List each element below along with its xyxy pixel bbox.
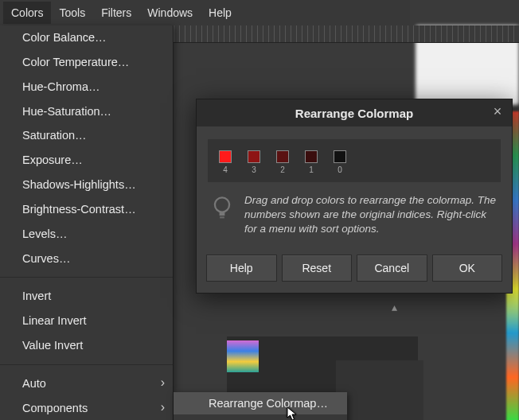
colormap-swatch[interactable]: 2 <box>276 150 289 174</box>
menu-item-linear-invert[interactable]: Linear Invert <box>0 309 173 333</box>
submenu-item-rearrange-colormap[interactable]: Rearrange Colormap… <box>174 392 347 414</box>
bg-decor <box>336 360 423 420</box>
menu-item-hue-saturation[interactable]: Hue-Saturation… <box>0 99 173 124</box>
menu-item-levels[interactable]: Levels… <box>0 222 173 247</box>
menu-help[interactable]: Help <box>201 2 240 24</box>
colormap-swatch[interactable]: 4 <box>219 150 232 174</box>
swatch-index: 3 <box>252 165 256 174</box>
rearrange-colormap-dialog: Rearrange Colormap × 4 3 2 1 0 <box>196 99 513 294</box>
menu-item-exposure[interactable]: Exposure… <box>0 148 173 173</box>
horizontal-ruler <box>174 25 519 43</box>
menu-item-auto[interactable]: Auto <box>0 371 173 396</box>
colormap-swatch[interactable]: 1 <box>305 150 318 174</box>
menu-windows[interactable]: Windows <box>139 2 201 24</box>
menu-item-shadows-highlights[interactable]: Shadows-Highlights… <box>0 173 173 197</box>
menu-item-value-invert[interactable]: Value Invert <box>0 333 173 358</box>
menu-filters[interactable]: Filters <box>93 2 139 24</box>
menu-colors[interactable]: Colors <box>3 2 51 24</box>
lightbulb-icon <box>211 195 235 224</box>
menu-item-color-balance[interactable]: Color Balance… <box>0 25 173 50</box>
menu-item-saturation[interactable]: Saturation… <box>0 123 173 148</box>
dialog-button-row: Help Reset Cancel OK <box>197 247 512 293</box>
reset-button[interactable]: Reset <box>282 255 353 282</box>
colors-menu: Color Balance… Color Temperature… Hue-Ch… <box>0 25 174 420</box>
menu-item-brightness-contrast[interactable]: Brightness-Contrast… <box>0 197 173 222</box>
help-button[interactable]: Help <box>206 255 277 282</box>
scroll-up-arrow[interactable]: ▴ <box>392 301 400 309</box>
swatch-color <box>276 150 289 163</box>
swatch-color <box>219 150 232 163</box>
menu-item-invert[interactable]: Invert <box>0 284 173 309</box>
menu-item-curves[interactable]: Curves… <box>0 247 173 271</box>
swatch-index: 4 <box>223 165 228 174</box>
swatch-color <box>305 150 318 163</box>
swatch-color <box>334 150 346 163</box>
dialog-hint-text: Drag and drop colors to rearrange the co… <box>244 193 499 237</box>
svg-rect-1 <box>220 212 225 216</box>
close-button[interactable]: × <box>490 104 505 120</box>
menu-item-hue-chroma[interactable]: Hue-Chroma… <box>0 75 173 99</box>
swatch-color <box>248 150 260 163</box>
dialog-hint: Drag and drop colors to rearrange the co… <box>197 182 512 247</box>
swatch-index: 1 <box>309 165 314 174</box>
cancel-button[interactable]: Cancel <box>357 255 427 282</box>
swatch-index: 2 <box>280 165 285 174</box>
bg-decor <box>227 340 259 372</box>
ok-button[interactable]: OK <box>432 255 503 282</box>
submenu-item-set-colormap[interactable]: Set Colormap… <box>174 414 347 420</box>
colormap-swatch-bar: 4 3 2 1 0 <box>208 139 501 182</box>
menu-tools[interactable]: Tools <box>51 2 93 24</box>
swatch-index: 0 <box>338 165 342 174</box>
map-submenu: Rearrange Colormap… Set Colormap… <box>174 392 347 420</box>
menu-item-color-temperature[interactable]: Color Temperature… <box>0 50 173 75</box>
menu-separator <box>0 364 173 365</box>
svg-rect-2 <box>220 216 224 218</box>
dialog-title: Rearrange Colormap <box>295 107 413 120</box>
svg-point-0 <box>215 197 229 212</box>
menu-item-components[interactable]: Components <box>0 396 173 420</box>
menu-separator <box>0 277 173 278</box>
colormap-swatch[interactable]: 3 <box>248 150 260 174</box>
colormap-swatch[interactable]: 0 <box>334 150 346 174</box>
menu-bar: Colors Tools Filters Windows Help <box>0 0 410 25</box>
dialog-titlebar[interactable]: Rearrange Colormap × <box>197 99 512 126</box>
